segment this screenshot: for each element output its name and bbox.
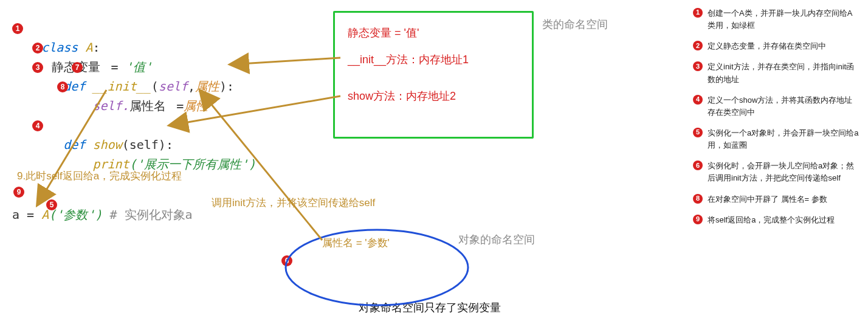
inst-eq: = [27,207,41,222]
legend-badge: 8 [693,194,703,204]
call-init-label: 调用init方法，并将该空间传递给self [212,196,375,210]
legend-badge: 3 [693,61,703,71]
inst-comment: # 实例化对象a [102,207,192,222]
obj-ns-label: 对象的命名空间 [458,232,535,247]
legend-badge: 6 [693,160,703,170]
ns-line2: __init__方法：内存地址1 [348,52,469,67]
inst-arg: ('参数') [49,207,102,222]
obj-note-label: 对象命名空间只存了实例变量 [359,300,501,315]
code-line-instantiate: a = A('参数') # 实例化对象a [12,207,193,223]
legend-badge: 9 [693,215,703,224]
badge-1: 1 [12,23,23,34]
inst-lhs: a [12,207,27,222]
badge-8: 8 [57,81,68,92]
badge-6: 6 [281,255,292,266]
step9-label: 9.此时self返回给a，完成实例化过程 [17,169,182,183]
ns-line3: show方法：内存地址2 [348,89,456,103]
legend-text: 实例化时，会开辟一块儿空间给a对象；然后调用init方法，并把此空间传递给sel… [708,160,860,184]
obj-attr-label: 属性名 = '参数' [322,236,390,250]
legend-item: 2 定义静态变量，并存储在类空间中 [693,40,860,52]
ns-line1: 静态变量 = '值' [348,26,419,40]
inst-cls: A [41,207,49,222]
class-ns-label: 类的命名空间 [542,17,608,32]
legend-badge: 1 [693,8,703,18]
code-line-print: print('展示一下所有属性') [12,135,328,154]
legend-item: 1 创建一个A类，并开辟一块儿内存空间给A类用，如绿框 [693,7,860,32]
legend-badge: 4 [693,95,703,105]
legend-text: 定义一个show方法，并将其函数内存地址存在类空间中 [708,94,860,119]
legend-item: 6 实例化时，会开辟一块儿空间给a对象；然后调用init方法，并把此空间传递给s… [693,160,860,184]
legend-badge: 5 [693,128,703,137]
legend-sidebar: 1 创建一个A类，并开辟一块儿内存空间给A类用，如绿框 2 定义静态变量，并存储… [693,7,860,235]
legend-text: 实例化一个a对象时，并会开辟一块空间给a用，如蓝圈 [708,127,860,151]
legend-item: 9 将self返回给a，完成整个实例化过程 [693,214,860,226]
badge-2: 2 [32,43,43,54]
code-line-show-def: def show(self): [12,116,328,135]
legend-text: 将self返回给a，完成整个实例化过程 [708,214,860,226]
badge-4: 4 [32,120,43,131]
blank-line [12,96,328,116]
legend-text: 在对象空间中开辟了 属性名= 参数 [708,193,860,205]
legend-item: 3 定义init方法，并存在类空间，并指向init函数的地址 [693,61,860,85]
code-line-init-def: def __init__(self,属性): [12,57,328,77]
badge-7: 7 [72,62,83,73]
legend-text: 定义init方法，并存在类空间，并指向init函数的地址 [708,61,860,85]
legend-badge: 2 [693,41,703,50]
badge-9: 9 [13,187,24,198]
legend-item: 4 定义一个show方法，并将其函数内存地址存在类空间中 [693,94,860,119]
legend-text: 定义静态变量，并存储在类空间中 [708,40,860,52]
code-line-static: 静态变量 = '值' [12,38,328,57]
legend-item: 5 实例化一个a对象时，并会开辟一块空间给a用，如蓝圈 [693,127,860,151]
badge-3: 3 [32,62,43,73]
legend-item: 8 在对象空间中开辟了 属性名= 参数 [693,193,860,205]
code-line-class: class A: [12,18,328,38]
legend-text: 创建一个A类，并开辟一块儿内存空间给A类用，如绿框 [708,7,860,32]
badge-5: 5 [46,199,57,210]
